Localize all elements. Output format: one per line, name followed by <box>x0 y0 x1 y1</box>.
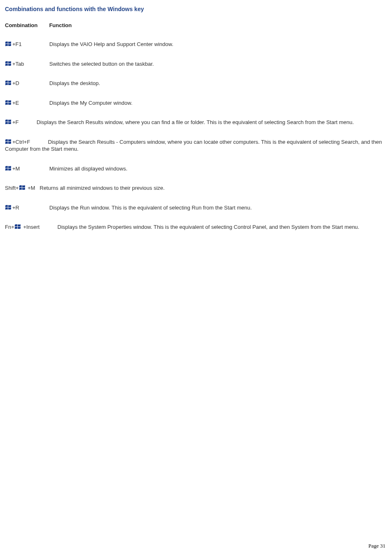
combo-suffix: +F1 <box>12 41 22 47</box>
function-text: Displays the Search Results window, wher… <box>37 119 354 125</box>
header-function: Function <box>49 22 72 28</box>
function-text: Displays the Search Results - Computers … <box>5 139 382 152</box>
page-title: Combinations and functions with the Wind… <box>5 6 387 12</box>
combo-suffix: +M <box>12 166 20 172</box>
combo-prefix: Shift+ <box>5 185 19 191</box>
combination-cell: Fn+ +Insert <box>5 223 39 231</box>
shortcut-entry: +MMinimizes all displayed windows. <box>5 165 387 173</box>
combo-suffix: +Tab <box>12 61 24 67</box>
shortcut-entry: Shift+ +M Returns all minimized windows … <box>5 184 387 192</box>
function-text: Returns all minimized windows to their p… <box>40 185 165 191</box>
windows-key-icon <box>5 100 12 106</box>
combo-suffix: +R <box>12 205 19 211</box>
windows-key-icon <box>5 119 12 125</box>
combo-suffix: +D <box>12 80 19 86</box>
document-page: Combinations and functions with the Wind… <box>0 0 392 555</box>
combination-cell: +Ctrl+F <box>5 138 30 146</box>
combination-cell: +F1 <box>5 41 49 48</box>
shortcut-entry: +DDisplays the desktop. <box>5 80 387 87</box>
function-text: Displays the System Properties window. T… <box>58 224 360 230</box>
shortcut-entry: +Ctrl+F Displays the Search Results - Co… <box>5 138 387 153</box>
combo-suffix: +Ctrl+F <box>12 139 30 145</box>
windows-key-icon <box>5 80 12 86</box>
shortcut-entry: +EDisplays the My Computer window. <box>5 99 387 107</box>
combination-cell: +E <box>5 99 49 107</box>
shortcut-entry: +TabSwitches the selected button on the … <box>5 60 387 68</box>
combo-suffix: +E <box>12 100 19 106</box>
shortcut-entry: +RDisplays the Run window. This is the e… <box>5 204 387 212</box>
combination-cell: Shift+ +M <box>5 184 35 192</box>
combo-suffix: +Insert <box>22 224 40 230</box>
page-footer: Page 31 <box>368 543 385 549</box>
windows-key-icon <box>5 41 12 47</box>
windows-key-icon <box>5 166 12 171</box>
shortcut-entry: +F1Displays the VAIO Help and Support Ce… <box>5 41 387 48</box>
windows-key-icon <box>5 139 12 145</box>
function-text: Displays the desktop. <box>49 80 100 86</box>
combination-cell: +D <box>5 80 49 87</box>
table-header-row: Combination Function <box>5 22 387 28</box>
function-text: Displays the My Computer window. <box>49 100 132 106</box>
combination-cell: +R <box>5 204 49 212</box>
entries-container: +F1Displays the VAIO Help and Support Ce… <box>5 41 387 231</box>
function-text: Minimizes all displayed windows. <box>49 166 127 172</box>
combo-prefix: Fn+ <box>5 224 14 230</box>
combo-suffix: +F <box>12 119 19 125</box>
shortcut-entry: Fn+ +Insert Displays the System Properti… <box>5 223 387 231</box>
function-text: Switches the selected button on the task… <box>49 61 154 67</box>
function-text: Displays the Run window. This is the equ… <box>49 205 252 211</box>
function-text: Displays the VAIO Help and Support Cente… <box>49 41 173 47</box>
combo-suffix: +M <box>26 185 35 191</box>
header-combination: Combination <box>5 22 48 28</box>
shortcut-entry: +F Displays the Search Results window, w… <box>5 119 387 126</box>
windows-key-icon <box>5 61 12 67</box>
windows-key-icon <box>14 224 21 230</box>
windows-key-icon <box>19 185 25 191</box>
combination-cell: +F <box>5 119 19 126</box>
combination-cell: +M <box>5 165 49 173</box>
combination-cell: +Tab <box>5 60 49 68</box>
windows-key-icon <box>5 205 12 210</box>
